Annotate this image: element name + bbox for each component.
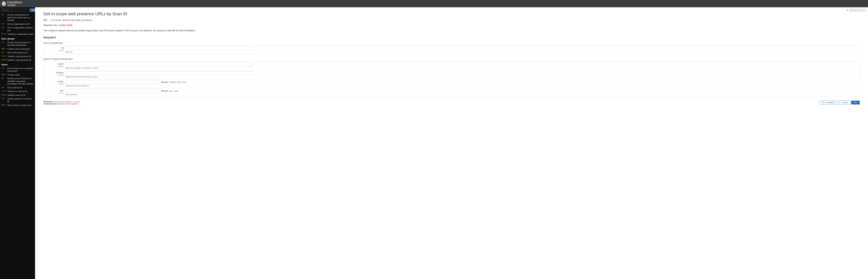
main-content: Get in-scope web presence URLs by Scan I… [35,7,868,279]
sidebar-item-label: Get the Scan Groups for a specified orga… [7,41,34,47]
sidebar-scans-item-2[interactable]: GETGet the count of Scans for a specifie… [0,77,35,86]
method-badge: POST [1,104,7,106]
api-server-line: API Serverhttps://app.fractalscan.com/ap… [43,101,80,103]
sidebar-org-item-2[interactable]: GETGet an organisation asset by key [0,26,35,32]
sidebar-scans-item-7[interactable]: POSTAdd a seed to a scan by ID [0,104,35,107]
endpoint-signature: GET /v1/scan_data/{id}/web_presence [43,19,860,21]
sidebar-item-label: Get the Scans for a specified scan group [7,67,34,73]
param-allowed-order: Allowed: created|last_seen [161,81,186,83]
path-params-heading: PATH PARAMETERS [43,42,860,44]
param-desc-id: Scan ID [65,51,858,53]
method-badge: GET [1,26,7,28]
param-row-id: *id string Scan ID [43,45,860,54]
sidebar-scans-item-5[interactable]: PATCHUpdate a scan by ID [0,93,35,97]
lock-icon [846,9,848,11]
method-badge: GET [1,13,7,16]
sidebar-item-label: Get the organisations for which the curr… [7,13,34,22]
logo-hexagon-icon [1,1,6,6]
param-desc-dir: Sort direction [65,93,858,95]
param-input-order[interactable] [65,80,159,84]
method-badge: GET [1,86,7,88]
sidebar-scans-item-1[interactable]: POSTCreate a scan [0,73,35,77]
param-desc-offset: Offset into the list of entries to retur… [65,76,858,78]
sidebar-item-label: Get the count of Scans for a specified s… [7,77,34,85]
sidebar-scangroups-item-1[interactable]: POSTCreate a new scan group [0,47,35,51]
app-title-line1: FractalScan [7,1,22,4]
param-row-limit: limit number Maximum number of entries t… [43,61,860,70]
http-path-label: /v1/scan_data/{id}/web_presence [50,19,92,21]
sidebar-section-scans: Scans [0,62,35,66]
sidebar-scangroups-item-3[interactable]: DELETEDelete a scan group by ID [0,55,35,58]
sidebar-section-scangroups: Scan_groups [0,36,35,41]
try-button[interactable]: TRY [851,101,860,105]
param-input-limit[interactable] [65,62,253,66]
param-input-dir[interactable] [65,89,159,93]
sidebar-item-label: Update a scan group by ID [7,59,31,61]
endpoint-description: This endpoint requires that the associat… [43,29,860,32]
clear-button[interactable]: CLEAR [839,101,850,105]
sidebar-filter-input[interactable] [1,8,29,12]
param-desc-order: Column to order results by [65,85,858,87]
sidebar-item-label: Delete a scan group by ID [8,55,31,58]
svg-rect-0 [847,10,848,11]
param-required-marker: * [60,47,60,49]
query-params-heading: QUERY-STRING PARAMETERS [43,58,860,60]
fill-example-button[interactable]: FILL EXAMPLE [819,101,838,105]
app-logo: FractalScan Surface [1,1,22,6]
sidebar: SEARCH GETGet the organisations for whic… [0,7,35,279]
method-badge: PATCH [1,59,7,61]
param-row-order: order enum Allowed: created|last_seen Co… [43,79,860,88]
sidebar-item-label: Remove a scan by ID [8,90,27,93]
param-input-id[interactable] [65,47,253,50]
method-badge: GET [1,51,7,53]
sidebar-scans-item-0[interactable]: GETGet the Scans for a specified scan gr… [0,66,35,73]
param-row-offset: offset number Offset into the list of en… [43,70,860,79]
page-title: Get in-scope web presence URLs by Scan I… [43,11,860,16]
sidebar-item-label: Update a scan by ID [7,94,25,96]
app-title-line2: Surface [7,4,22,6]
request-heading: REQUEST [43,36,860,39]
method-badge: GET [1,97,7,100]
method-badge: GET [1,41,7,43]
sidebar-org-item-0[interactable]: GETGet the organisations for which the c… [0,13,35,22]
sidebar-scangroups-item-2[interactable]: GETGet a scan group by ID [0,51,35,55]
param-allowed-dir: Allowed: asc|desc [161,90,178,92]
sidebar-scans-item-4[interactable]: DELETERemove a scan by ID [0,89,35,93]
required-role-line: Required role: scans:read [43,24,860,26]
method-badge: GET [1,23,7,25]
sidebar-scans-item-3[interactable]: GETGet a scan by ID [0,86,35,90]
param-desc-limit: Maximum number of entries to return [65,67,858,69]
sidebar-item-label: Add a seed to a scan by ID [7,104,31,107]
http-method-label: GET [43,19,48,21]
method-badge: DELETE [1,55,7,57]
auth-line: Authentication Required (None Applied) [43,103,80,105]
method-badge: GET [1,77,7,79]
method-badge: DELETE [1,33,7,35]
sidebar-org-item-1[interactable]: GETGet an organisation by ID [0,22,35,26]
param-input-offset[interactable] [65,71,253,75]
method-badge: POST [1,48,7,50]
sidebar-item-label: Create a new scan group [7,48,30,50]
sidebar-scangroups-item-0[interactable]: GETGet the Scan Groups for a specified o… [0,41,35,47]
sidebar-org-item-3[interactable]: DELETEDelete an organisation asset [0,32,35,36]
sidebar-scangroups-item-4[interactable]: PATCHUpdate a scan group by ID [0,58,35,62]
sidebar-item-label: Get a scan by ID [7,86,22,89]
sidebar-item-label: Get a scan group by ID [7,51,28,54]
method-badge: PATCH [1,94,7,96]
sidebar-item-label: Delete an organisation asset [8,33,33,36]
method-badge: GET [1,67,7,69]
sidebar-scans-item-6[interactable]: GETGet the seeds for a scan by ID [0,97,35,104]
sidebar-item-label: Get the seeds for a scan by ID [7,97,34,103]
method-badge: DELETE [1,90,7,92]
role-badge: scans:read [58,24,73,27]
sidebar-item-label: Get an organisation by ID [7,23,30,26]
param-row-dir: dir enum Allowed: asc|desc Sort directio… [43,88,860,97]
sidebar-search-button[interactable]: SEARCH [30,8,35,12]
method-badge: POST [1,74,7,76]
apikey-input[interactable] [849,9,866,12]
sidebar-item-label: Get an organisation asset by key [7,26,34,32]
app-topbar: FractalScan Surface [0,0,868,7]
sidebar-item-label: Create a scan [7,74,20,76]
